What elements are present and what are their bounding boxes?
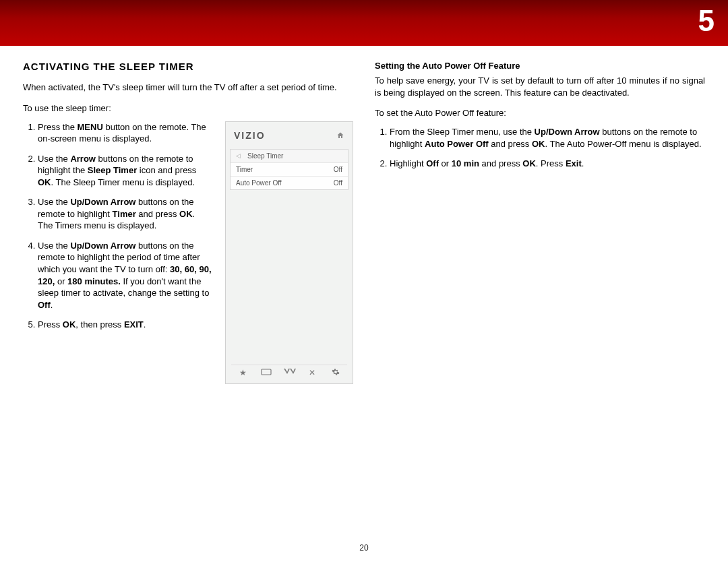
row-label: Timer: [236, 166, 253, 173]
right-intro: To help save energy, your TV is set by d…: [375, 75, 705, 98]
tv-menu-header-label: Sleep Timer: [247, 152, 283, 160]
manual-page: 5 ACTIVATING THE SLEEP TIMER When activa…: [0, 0, 728, 562]
step-3: Use the Up/Down Arrow buttons on the rem…: [38, 196, 214, 232]
row-label: Auto Power Off: [236, 179, 282, 187]
right-lead: To set the Auto Power Off feature:: [375, 108, 705, 118]
content-area: ACTIVATING THE SLEEP TIMER When activate…: [0, 46, 728, 562]
v-icon: [284, 368, 295, 377]
intro-paragraph: When activated, the TV's sleep timer wil…: [23, 82, 353, 94]
tv-menu-illustration: VIZIO ◁ Sleep Timer Timer Off: [225, 121, 353, 384]
star-icon: ★: [237, 368, 248, 377]
tv-menu-table: ◁ Sleep Timer Timer Off Auto Power Off O…: [230, 149, 348, 190]
row-value: Off: [334, 166, 342, 173]
chapter-number: 5: [698, 4, 716, 38]
wide-icon: [261, 368, 272, 377]
svg-rect-0: [262, 369, 271, 375]
tv-bottom-bar: ★ ✕: [231, 365, 347, 378]
left-column: ACTIVATING THE SLEEP TIMER When activate…: [23, 61, 353, 384]
row-value: Off: [334, 179, 342, 187]
right-step-1: From the Sleep Timer menu, use the Up/Do…: [390, 126, 705, 150]
gear-icon: [330, 368, 341, 378]
header-band: 5: [0, 0, 728, 46]
lead-line: To use the sleep timer:: [23, 103, 353, 113]
page-number: 20: [0, 543, 728, 553]
close-icon: ✕: [307, 368, 317, 377]
back-triangle-icon: ◁: [236, 152, 241, 160]
steps-container: Press the MENU button on the remote. The…: [23, 121, 214, 384]
right-step-2: Highlight Off or 10 min and press OK. Pr…: [390, 158, 705, 170]
home-icon: [336, 131, 344, 142]
tv-menu-row-autopower: Auto Power Off Off: [231, 177, 348, 189]
step-4: Use the Up/Down Arrow buttons on the rem…: [38, 240, 214, 311]
tv-brand-label: VIZIO: [234, 130, 266, 141]
section-title: ACTIVATING THE SLEEP TIMER: [23, 61, 353, 72]
tv-menu-row-timer: Timer Off: [231, 163, 348, 177]
step-1: Press the MENU button on the remote. The…: [38, 121, 214, 145]
tv-menu-header-row: ◁ Sleep Timer: [231, 150, 348, 163]
step-5: Press OK, then press EXIT.: [38, 319, 214, 331]
right-subtitle: Setting the Auto Power Off Feature: [375, 61, 705, 71]
step-2: Use the Arrow buttons on the remote to h…: [38, 153, 214, 189]
right-column: Setting the Auto Power Off Feature To he…: [375, 61, 705, 384]
